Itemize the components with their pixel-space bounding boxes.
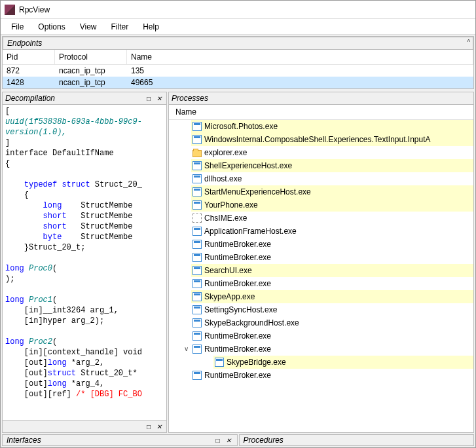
process-name: SkypeApp.exe [204, 291, 255, 303]
col-pid[interactable]: Pid [3, 50, 55, 64]
menubar: File Options View Filter Help [1, 19, 475, 35]
process-icon [192, 161, 202, 170]
process-name: RuntimeBroker.exe [204, 278, 271, 289]
process-icon [215, 358, 224, 367]
undock-button-2[interactable]: □ [144, 422, 153, 431]
process-name: RuntimeBroker.exe [204, 343, 271, 355]
process-name: SearchUI.exe [204, 265, 252, 276]
process-name: StartMenuExperienceHost.exe [204, 186, 311, 198]
menu-view[interactable]: View [73, 20, 103, 33]
decompilation-title: Decompilation [5, 94, 55, 103]
process-icon [192, 214, 202, 223]
process-item[interactable]: SkypeApp.exe [191, 290, 473, 303]
process-name: YourPhone.exe [204, 199, 258, 211]
close-button-2[interactable]: ✕ [155, 422, 164, 431]
close-button-3[interactable]: ✕ [224, 436, 233, 445]
process-item[interactable]: RuntimeBroker.exe [191, 251, 473, 264]
process-item[interactable]: ChsIME.exe [191, 212, 473, 225]
process-name: ShellExperienceHost.exe [204, 160, 292, 172]
process-name: SkypeBridge.exe [227, 356, 286, 368]
process-item[interactable]: Microsoft.Photos.exe [191, 120, 473, 133]
endpoints-rows: 872ncacn_ip_tcp1351428ncacn_ip_tcp49665 [3, 65, 473, 88]
process-icon [192, 227, 202, 236]
process-item[interactable]: WindowsInternal.ComposableShell.Experien… [191, 133, 473, 146]
interfaces-label: Interfaces [7, 436, 41, 445]
process-item[interactable]: SearchUI.exe [191, 264, 473, 277]
process-item[interactable]: SkypeBridge.exe [213, 356, 473, 369]
endpoint-row[interactable]: 872ncacn_ip_tcp135 [3, 65, 473, 77]
process-name: RuntimeBroker.exe [204, 252, 271, 263]
col-protocol[interactable]: Protocol [55, 50, 127, 64]
endpoint-row[interactable]: 1428ncacn_ip_tcp49665 [3, 77, 473, 88]
process-item[interactable]: ShellExperienceHost.exe [191, 159, 473, 172]
processes-panel: Processes Name Microsoft.Photos.exeWindo… [168, 92, 474, 433]
process-item[interactable]: ApplicationFrameHost.exe [191, 225, 473, 238]
process-icon [192, 187, 202, 196]
process-icon [192, 331, 202, 341]
process-item[interactable]: dllhost.exe [191, 172, 473, 185]
interfaces-panel[interactable]: Interfaces □ ✕ [2, 434, 238, 446]
titlebar: RpcView [1, 1, 475, 19]
process-item[interactable]: ∨RuntimeBroker.exe [191, 343, 473, 356]
process-name: dllhost.exe [204, 173, 242, 185]
process-item[interactable]: SettingSyncHost.exe [191, 303, 473, 316]
process-icon [192, 253, 202, 262]
caret-icon[interactable]: ^ [467, 39, 470, 46]
menu-options[interactable]: Options [31, 20, 71, 33]
process-icon [192, 122, 202, 131]
process-icon [192, 318, 202, 327]
process-name: SettingSyncHost.exe [204, 304, 277, 316]
process-name: RuntimeBroker.exe [204, 330, 271, 342]
menu-file[interactable]: File [5, 20, 30, 33]
close-button[interactable]: ✕ [155, 94, 164, 103]
endpoints-panel: Endpoints ^ Pid Protocol Name 872ncacn_i… [2, 36, 474, 89]
processes-col-name[interactable]: Name [169, 105, 473, 120]
process-icon [192, 345, 202, 354]
processes-list[interactable]: Microsoft.Photos.exeWindowsInternal.Comp… [169, 120, 473, 432]
process-name: SkypeBackgroundHost.exe [204, 317, 299, 329]
endpoints-title: Endpoints ^ [3, 37, 473, 50]
process-item[interactable]: RuntimeBroker.exe [191, 329, 473, 343]
process-item[interactable]: RuntimeBroker.exe [191, 369, 473, 382]
process-item[interactable]: RuntimeBroker.exe [191, 277, 473, 290]
process-icon [192, 371, 202, 380]
process-name: Microsoft.Photos.exe [204, 121, 278, 132]
chevron-down-icon[interactable]: ∨ [182, 343, 190, 355]
menu-help[interactable]: Help [136, 20, 166, 33]
process-name: explorer.exe [204, 147, 247, 159]
process-name: RuntimeBroker.exe [204, 369, 271, 381]
process-name: ChsIME.exe [204, 212, 247, 224]
window-title: RpcView [19, 5, 50, 14]
menu-filter[interactable]: Filter [105, 20, 136, 33]
process-item[interactable]: YourPhone.exe [191, 198, 473, 212]
process-icon [192, 279, 202, 288]
process-item[interactable]: SkypeBackgroundHost.exe [191, 316, 473, 329]
process-item[interactable]: StartMenuExperienceHost.exe [191, 185, 473, 198]
process-icon [192, 174, 202, 183]
process-icon [192, 150, 202, 157]
undock-button[interactable]: □ [144, 94, 153, 103]
endpoints-title-label: Endpoints [7, 39, 42, 48]
process-icon [192, 200, 202, 210]
process-name: RuntimeBroker.exe [204, 238, 271, 250]
process-icon [192, 305, 202, 314]
process-icon [192, 292, 202, 301]
process-item[interactable]: explorer.exe [191, 146, 473, 159]
code-view[interactable]: [uuid(1f53838b-693a-4bbb-99c9-version(1.… [3, 105, 166, 420]
process-name: ApplicationFrameHost.exe [204, 225, 297, 237]
decompilation-panel: Decompilation □ ✕ [uuid(1f53838b-693a-4b… [2, 92, 167, 433]
process-icon [192, 135, 202, 144]
process-icon [192, 266, 202, 275]
undock-button-3[interactable]: □ [213, 436, 223, 445]
app-icon [5, 5, 15, 15]
procedures-panel[interactable]: Procedures [239, 434, 475, 446]
process-icon [192, 240, 202, 249]
endpoints-header: Pid Protocol Name [3, 50, 473, 65]
process-name: WindowsInternal.ComposableShell.Experien… [204, 134, 431, 145]
process-item[interactable]: RuntimeBroker.exe [191, 238, 473, 251]
procedures-label: Procedures [244, 436, 284, 445]
processes-title: Processes [172, 94, 208, 103]
col-name[interactable]: Name [127, 50, 473, 64]
